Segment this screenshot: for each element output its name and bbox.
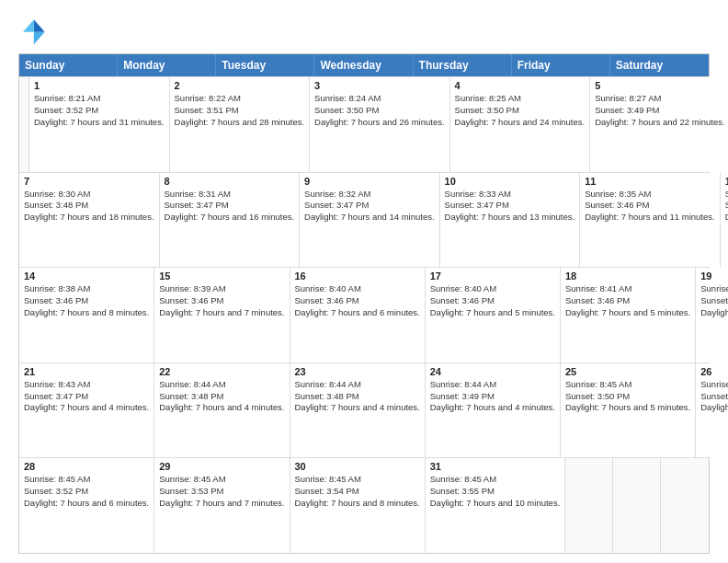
header-day-tuesday: Tuesday — [216, 54, 314, 76]
cell-info-line: Sunset: 3:51 PM — [700, 391, 728, 403]
cell-info-line: Daylight: 7 hours and 5 minutes. — [700, 402, 728, 414]
cal-cell: 24Sunrise: 8:44 AMSunset: 3:49 PMDayligh… — [426, 363, 561, 458]
cell-info-line: Sunset: 3:47 PM — [24, 391, 149, 403]
cell-info-line: Sunset: 3:47 PM — [445, 200, 575, 212]
day-number: 2 — [175, 80, 305, 91]
cal-cell: 22Sunrise: 8:44 AMSunset: 3:48 PMDayligh… — [154, 363, 290, 458]
cell-info-line: Sunrise: 8:33 AM — [445, 189, 575, 201]
cal-cell: 29Sunrise: 8:45 AMSunset: 3:53 PMDayligh… — [154, 458, 290, 553]
cell-info-line: Daylight: 7 hours and 10 minutes. — [430, 498, 561, 510]
cell-info-line: Daylight: 7 hours and 6 minutes. — [24, 498, 149, 510]
cal-cell: 16Sunrise: 8:40 AMSunset: 3:46 PMDayligh… — [290, 268, 426, 362]
cell-info-line: Sunrise: 8:40 AM — [430, 283, 555, 295]
cell-info-line: Sunset: 3:46 PM — [725, 200, 728, 212]
cell-info-line: Sunrise: 8:45 AM — [565, 379, 690, 391]
logo — [18, 17, 53, 46]
day-number: 26 — [700, 366, 728, 377]
cell-info-line: Sunrise: 8:32 AM — [304, 189, 435, 201]
day-number: 12 — [725, 176, 728, 187]
cell-info-line: Sunrise: 8:24 AM — [314, 93, 445, 105]
cell-info-line: Sunset: 3:50 PM — [455, 105, 586, 117]
page: SundayMondayTuesdayWednesdayThursdayFrid… — [0, 0, 728, 563]
cell-info-line: Sunset: 3:52 PM — [24, 486, 149, 498]
cal-cell: 3Sunrise: 8:24 AMSunset: 3:50 PMDaylight… — [310, 77, 450, 172]
day-number: 7 — [24, 176, 154, 187]
day-number: 25 — [565, 366, 690, 377]
cal-cell: 18Sunrise: 8:41 AMSunset: 3:46 PMDayligh… — [561, 268, 696, 362]
cell-info-line: Sunrise: 8:42 AM — [700, 283, 728, 295]
cell-info-line: Daylight: 7 hours and 4 minutes. — [700, 307, 728, 319]
cell-info-line: Sunrise: 8:40 AM — [295, 283, 420, 295]
day-number: 1 — [34, 80, 165, 91]
cell-info-line: Sunset: 3:48 PM — [295, 391, 420, 403]
cal-cell: 30Sunrise: 8:45 AMSunset: 3:54 PMDayligh… — [290, 458, 426, 553]
cell-info-line: Sunrise: 8:43 AM — [24, 379, 149, 391]
day-number: 21 — [24, 366, 149, 377]
cal-cell: 5Sunrise: 8:27 AMSunset: 3:49 PMDaylight… — [590, 77, 728, 172]
cell-info-line: Sunset: 3:52 PM — [34, 105, 165, 117]
cell-info-line: Daylight: 7 hours and 5 minutes. — [430, 307, 555, 319]
cal-cell: 28Sunrise: 8:45 AMSunset: 3:52 PMDayligh… — [19, 458, 154, 553]
cal-cell — [613, 458, 661, 553]
cell-info-line: Sunset: 3:46 PM — [565, 295, 690, 307]
cell-info-line: Sunrise: 8:30 AM — [24, 189, 154, 201]
cell-info-line: Sunrise: 8:38 AM — [24, 283, 149, 295]
svg-marker-1 — [34, 32, 45, 44]
header — [18, 17, 710, 46]
cell-info-line: Sunset: 3:50 PM — [314, 105, 445, 117]
cell-info-line: Daylight: 7 hours and 5 minutes. — [565, 402, 690, 414]
cell-info-line: Sunrise: 8:41 AM — [565, 283, 690, 295]
cal-cell: 23Sunrise: 8:44 AMSunset: 3:48 PMDayligh… — [290, 363, 426, 458]
header-day-wednesday: Wednesday — [314, 54, 413, 76]
cell-info-line: Sunset: 3:53 PM — [159, 486, 284, 498]
day-number: 28 — [24, 461, 149, 472]
cell-info-line: Daylight: 7 hours and 7 minutes. — [159, 498, 284, 510]
header-day-sunday: Sunday — [19, 54, 118, 76]
day-number: 4 — [455, 80, 586, 91]
day-number: 9 — [304, 176, 435, 187]
week-row-2: 7Sunrise: 8:30 AMSunset: 3:48 PMDaylight… — [19, 172, 709, 268]
cal-cell: 26Sunrise: 8:45 AMSunset: 3:51 PMDayligh… — [696, 363, 728, 458]
cal-cell: 14Sunrise: 8:38 AMSunset: 3:46 PMDayligh… — [19, 268, 154, 362]
day-number: 24 — [430, 366, 555, 377]
cell-info-line: Sunset: 3:46 PM — [585, 200, 715, 212]
cell-info-line: Sunrise: 8:45 AM — [159, 474, 284, 486]
cal-cell: 8Sunrise: 8:31 AMSunset: 3:47 PMDaylight… — [160, 173, 301, 268]
cal-cell: 9Sunrise: 8:32 AMSunset: 3:47 PMDaylight… — [300, 173, 440, 268]
day-number: 14 — [24, 270, 149, 282]
cell-info-line: Sunset: 3:48 PM — [159, 391, 284, 403]
day-number: 5 — [595, 80, 725, 91]
cell-info-line: Sunset: 3:49 PM — [430, 391, 555, 403]
cell-info-line: Daylight: 7 hours and 4 minutes. — [430, 402, 555, 414]
cal-cell: 15Sunrise: 8:39 AMSunset: 3:46 PMDayligh… — [154, 268, 290, 362]
day-number: 18 — [565, 270, 690, 282]
cal-cell — [565, 458, 613, 553]
cell-info-line: Sunset: 3:46 PM — [295, 295, 420, 307]
cell-info-line: Daylight: 7 hours and 18 minutes. — [24, 212, 154, 224]
week-row-3: 14Sunrise: 8:38 AMSunset: 3:46 PMDayligh… — [19, 267, 709, 362]
cal-cell: 7Sunrise: 8:30 AMSunset: 3:48 PMDaylight… — [19, 173, 160, 268]
week-row-4: 21Sunrise: 8:43 AMSunset: 3:47 PMDayligh… — [19, 362, 709, 458]
day-number: 10 — [445, 176, 575, 187]
cell-info-line: Daylight: 7 hours and 11 minutes. — [585, 212, 715, 224]
cal-cell — [661, 458, 709, 553]
cell-info-line: Sunset: 3:48 PM — [24, 200, 154, 212]
cell-info-line: Daylight: 7 hours and 8 minutes. — [295, 498, 420, 510]
cell-info-line: Daylight: 7 hours and 14 minutes. — [304, 212, 435, 224]
cell-info-line: Sunset: 3:46 PM — [430, 295, 555, 307]
cell-info-line: Sunset: 3:50 PM — [565, 391, 690, 403]
cell-info-line: Sunset: 3:51 PM — [175, 105, 305, 117]
header-day-thursday: Thursday — [414, 54, 512, 76]
cell-info-line: Sunset: 3:47 PM — [700, 295, 728, 307]
calendar: SundayMondayTuesdayWednesdayThursdayFrid… — [18, 53, 710, 554]
day-number: 3 — [314, 80, 445, 91]
calendar-header: SundayMondayTuesdayWednesdayThursdayFrid… — [19, 54, 709, 76]
day-number: 8 — [165, 176, 295, 187]
cell-info-line: Daylight: 7 hours and 7 minutes. — [159, 307, 284, 319]
cell-info-line: Daylight: 7 hours and 13 minutes. — [445, 212, 575, 224]
cell-info-line: Sunrise: 8:44 AM — [295, 379, 420, 391]
cal-cell: 12Sunrise: 8:36 AMSunset: 3:46 PMDayligh… — [721, 173, 728, 268]
day-number: 16 — [295, 270, 420, 282]
cell-info-line: Sunrise: 8:39 AM — [159, 283, 284, 295]
cell-info-line: Sunrise: 8:45 AM — [295, 474, 420, 486]
